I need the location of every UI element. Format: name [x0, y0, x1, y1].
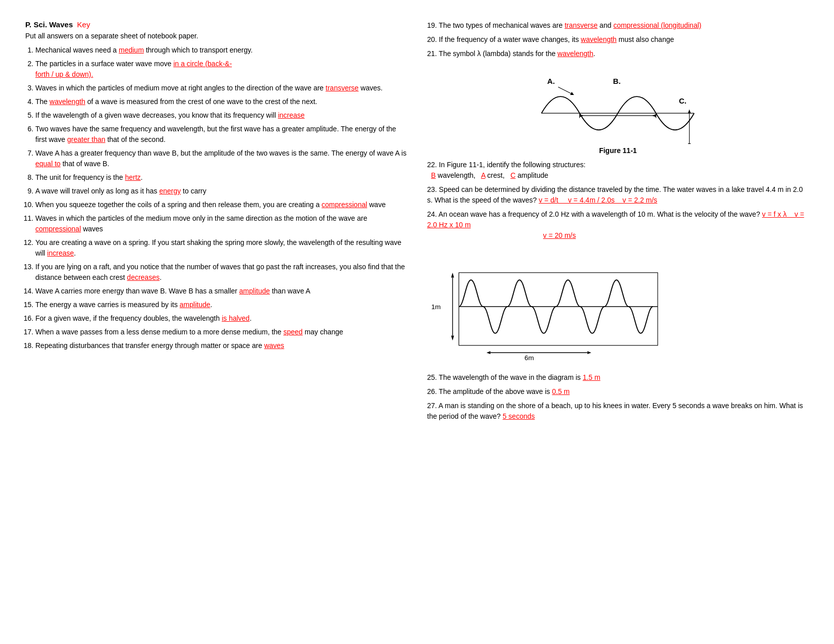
list-item: A wave will travel only as long as it ha… [35, 186, 407, 196]
right-column: 19. The two types of mechanical waves ar… [427, 20, 809, 425]
q21-answer: wavelength [558, 49, 594, 58]
q6-answer: greater than [67, 135, 106, 143]
q18-answer: waves [264, 341, 284, 350]
list-item: Waves in which the particles of medium m… [35, 83, 407, 93]
list-item: If the wavelength of a given wave decrea… [35, 110, 407, 121]
page-title: P. Sci. Waves Key [25, 20, 407, 29]
svg-text:C.: C. [679, 96, 686, 105]
left-column: P. Sci. Waves Key Put all answers on a s… [25, 20, 407, 425]
svg-marker-11 [688, 110, 691, 114]
q19-block: 19. The two types of mechanical waves ar… [427, 20, 809, 31]
q24-num: 24. [427, 210, 439, 218]
q26-block: 26. The amplitude of the above wave is 0… [427, 386, 809, 397]
list-item: The wavelength of a wave is measured fro… [35, 96, 407, 107]
figure-11-1-container: A. B. C. [427, 68, 809, 155]
q23-answer: v = d/t v = 4.4m / 2.0s v = 2.2 m/s [539, 196, 658, 204]
q26-num: 26. [427, 387, 439, 395]
q3-answer: transverse [326, 84, 359, 92]
q25-num: 25. [427, 373, 439, 381]
list-item: Two waves have the same frequency and wa… [35, 124, 407, 145]
q22-a: A [481, 171, 485, 179]
q12-answer: increase [47, 249, 74, 257]
q21-num: 21. [427, 49, 439, 58]
q20-block: 20. If the frequency of a water wave cha… [427, 34, 809, 45]
q22-num: 22. [427, 161, 439, 169]
q19-num: 19. [427, 21, 439, 29]
q24-block: 24. An ocean wave has a frequency of 2.0… [427, 209, 809, 241]
list-item: Wave A has a greater frequency than wave… [35, 148, 407, 169]
wave-y-label: 1m [431, 303, 440, 311]
list-item: When you squeeze together the coils of a… [35, 200, 407, 210]
list-item: Wave A carries more energy than wave B. … [35, 286, 407, 296]
svg-line-2 [558, 87, 572, 94]
list-item: If you are lying on a raft, and you noti… [35, 262, 407, 283]
q11-answer: compressional [35, 225, 81, 233]
title-text: P. Sci. Waves [25, 20, 73, 29]
q27-answer: 5 seconds [503, 412, 535, 420]
q10-answer: compressional [322, 201, 367, 209]
svg-marker-20 [486, 351, 490, 354]
q2-text: The particles in a surface water wave mo… [35, 60, 232, 78]
q17-answer: speed [283, 328, 303, 336]
svg-marker-6 [652, 114, 656, 117]
q19-answer2: compressional (longitudinal) [613, 21, 701, 29]
list-item: Waves in which the particles of the medi… [35, 213, 407, 234]
q27-num: 27. [427, 402, 439, 410]
q21-block: 21. The symbol λ (lambda) stands for the… [427, 48, 809, 59]
q27-block: 27. A man is standing on the shore of a … [427, 401, 809, 422]
q9-answer: energy [159, 187, 181, 195]
q5-answer: increase [278, 111, 305, 119]
svg-marker-15 [451, 273, 454, 278]
q24-answer1: v = f x λ v = 2.0 Hz x 10 m [427, 210, 804, 229]
list-item: The particles in a surface water wave mo… [35, 59, 407, 80]
q23-num: 23. [427, 185, 439, 193]
q4-answer: wavelength [50, 97, 85, 106]
q20-answer: wavelength [581, 35, 617, 43]
q2-answer: in a circle (back-&-forth / up & down). [35, 60, 232, 78]
left-question-list: Mechanical waves need a medium through w… [25, 45, 407, 351]
figure-11-1-label: Figure 11-1 [599, 146, 637, 155]
key-label: Key [77, 20, 90, 29]
instructions: Put all answers on a separate sheet of n… [25, 32, 407, 40]
q22-b: B [431, 171, 435, 179]
q13-answer: decreases [127, 273, 160, 281]
q19-answer1: transverse [565, 21, 598, 29]
svg-marker-16 [451, 336, 454, 341]
q14-answer: amplitude [239, 287, 270, 295]
svg-marker-21 [587, 351, 591, 354]
q26-answer: 0.5 m [552, 387, 570, 395]
q15-answer: amplitude [180, 301, 211, 309]
list-item: You are creating a wave on a spring. If … [35, 237, 407, 259]
list-item: Mechanical waves need a medium through w… [35, 45, 407, 56]
q1-text: Mechanical waves need a medium through w… [35, 46, 253, 54]
svg-text:A.: A. [547, 77, 555, 85]
q23-block: 23. Speed can be determined by dividing … [427, 184, 809, 206]
list-item: The energy a wave carries is measured by… [35, 300, 407, 310]
wave-x-label: 6m [524, 354, 534, 362]
q7-answer: equal to [35, 160, 61, 168]
wave-diagram-container: 1m 6m [427, 251, 809, 362]
svg-text:B.: B. [613, 77, 621, 85]
svg-marker-12 [688, 143, 691, 144]
q22-block: 22. In Figure 11-1, identify the followi… [427, 160, 809, 181]
list-item: For a given wave, if the frequency doubl… [35, 313, 407, 324]
list-item: The unit for frequency is the hertz. [35, 172, 407, 183]
q20-num: 20. [427, 35, 439, 43]
q25-answer: 1.5 m [582, 373, 600, 381]
wave-diagram-svg: 1m 6m [427, 251, 670, 362]
q25-block: 25. The wavelength of the wave in the di… [427, 372, 809, 383]
q8-answer: hertz [125, 173, 140, 181]
list-item: Repeating disturbances that transfer ene… [35, 340, 407, 351]
q24-answer2: v = 20 m/s [543, 231, 576, 239]
q16-answer: is halved [222, 314, 250, 322]
figure-11-1-svg: A. B. C. [532, 68, 704, 144]
q1-answer: medium [119, 46, 144, 54]
q22-c: C [511, 171, 516, 179]
svg-rect-18 [459, 273, 658, 345]
list-item: When a wave passes from a less dense med… [35, 327, 407, 337]
